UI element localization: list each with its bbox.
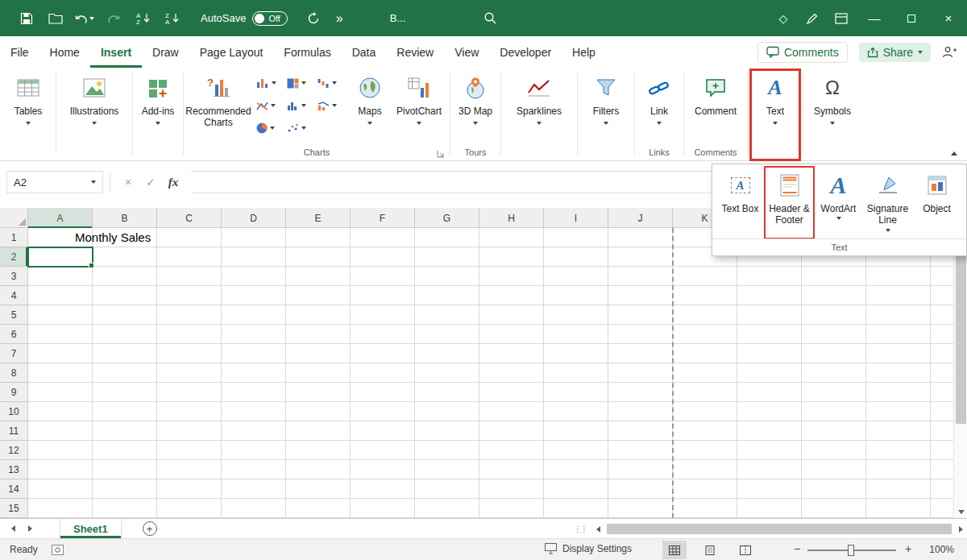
normal-view-button[interactable] (662, 541, 687, 559)
menu-item-signature-line[interactable]: Signature Line (863, 167, 912, 239)
close-button[interactable]: × (930, 0, 967, 36)
charts-dialog-launcher-icon[interactable] (437, 150, 445, 158)
link-button[interactable]: Link (637, 69, 681, 127)
tab-developer[interactable]: Developer (489, 36, 562, 68)
add-ins-button[interactable]: Add-ins (135, 69, 181, 160)
row-header-11[interactable]: 11 (0, 421, 28, 441)
column-header-f[interactable]: F (351, 208, 415, 228)
column-header-e[interactable]: E (286, 208, 351, 228)
insert-combo-chart-button[interactable] (315, 99, 346, 113)
column-header-g[interactable]: G (415, 208, 479, 228)
zoom-slider[interactable] (807, 550, 896, 551)
sort-az-button[interactable]: AZ (132, 7, 153, 30)
more-commands-icon[interactable]: » (336, 11, 343, 26)
share-button[interactable]: Share (859, 43, 931, 62)
comments-button[interactable]: Comments (757, 42, 848, 63)
sheet-tab-sheet1[interactable]: Sheet1 (60, 519, 122, 538)
next-sheet-icon[interactable] (28, 525, 32, 532)
row-header-9[interactable]: 9 (0, 383, 28, 402)
row-header-14[interactable]: 14 (0, 479, 28, 499)
new-sheet-button[interactable]: + (143, 521, 157, 536)
horizontal-scroll-thumb[interactable] (607, 524, 952, 534)
column-header-h[interactable]: H (479, 208, 544, 228)
zoom-slider-thumb[interactable] (848, 545, 854, 556)
zoom-level[interactable]: 100% (929, 544, 954, 555)
insert-function-button[interactable]: fx (162, 171, 185, 193)
tab-home[interactable]: Home (39, 36, 90, 68)
tables-button[interactable]: Tables (3, 69, 53, 160)
sparklines-button[interactable]: Sparklines (504, 69, 575, 160)
minimize-button[interactable]: — (856, 0, 893, 36)
row-header-3[interactable]: 3 (0, 267, 28, 286)
active-cell-a2[interactable] (27, 247, 93, 268)
3d-map-button[interactable]: 3D Map (453, 69, 498, 127)
comment-button[interactable]: Comment (687, 69, 745, 119)
macro-record-icon[interactable] (52, 545, 64, 555)
zoom-in-button[interactable]: + (901, 542, 915, 555)
column-header-d[interactable]: D (222, 208, 286, 228)
row-header-5[interactable]: 5 (0, 305, 28, 325)
horizontal-scrollbar[interactable]: ⋮⋮ (574, 519, 967, 539)
display-settings-button[interactable]: Display Settings (545, 543, 632, 554)
row-header-8[interactable]: 8 (0, 363, 28, 383)
text-button[interactable]: A Text (750, 69, 800, 160)
menu-item-text-box[interactable]: A Text Box (716, 167, 765, 239)
symbols-button[interactable]: Ω Symbols (806, 69, 859, 160)
scroll-left-button[interactable] (591, 519, 604, 539)
row-header-4[interactable]: 4 (0, 286, 28, 305)
menu-item-header-footer[interactable]: Header & Footer (765, 167, 814, 239)
tab-page-layout[interactable]: Page Layout (189, 36, 274, 68)
maps-button[interactable]: Maps (349, 69, 391, 127)
cells-area[interactable]: Monthly Sales (28, 228, 953, 518)
tab-file[interactable]: File (0, 36, 39, 68)
menu-item-object[interactable]: Object (912, 167, 961, 239)
column-header-i[interactable]: I (544, 208, 608, 228)
tab-view[interactable]: View (444, 36, 489, 68)
maximize-button[interactable] (893, 0, 930, 36)
insert-hierarchy-chart-button[interactable] (284, 77, 315, 90)
undo-button[interactable] (74, 7, 95, 30)
row-header-15[interactable]: 15 (0, 499, 28, 518)
insert-waterfall-chart-button[interactable] (315, 77, 346, 90)
collapse-ribbon-icon[interactable] (951, 151, 957, 156)
scrollbar-resize-grip[interactable]: ⋮⋮ (574, 525, 587, 533)
menu-item-wordart[interactable]: A WordArt (814, 167, 863, 239)
insert-column-chart-button[interactable] (254, 76, 284, 90)
autosave-toggle[interactable]: AutoSave Off (201, 11, 288, 26)
row-header-1[interactable]: 1 (0, 228, 28, 247)
row-header-10[interactable]: 10 (0, 402, 28, 421)
tab-insert[interactable]: Insert (90, 36, 142, 68)
tab-data[interactable]: Data (342, 36, 387, 68)
illustrations-button[interactable]: Illustrations (59, 69, 130, 160)
scroll-down-button[interactable] (954, 505, 967, 518)
recommended-charts-button[interactable]: ? Recommended Charts (186, 69, 251, 131)
tab-help[interactable]: Help (562, 36, 606, 68)
scroll-right-button[interactable] (954, 519, 967, 539)
row-header-2[interactable]: 2 (0, 247, 28, 267)
column-header-c[interactable]: C (157, 208, 222, 228)
ribbon-layout-icon[interactable] (831, 7, 852, 30)
previous-sheet-icon[interactable] (11, 525, 15, 532)
column-header-j[interactable]: J (608, 208, 673, 228)
pivotchart-button[interactable]: PivotChart (391, 69, 447, 127)
sort-za-button[interactable]: ZA (161, 7, 182, 30)
select-all-button[interactable] (0, 208, 28, 228)
row-header-7[interactable]: 7 (0, 344, 28, 363)
tab-formulas[interactable]: Formulas (273, 36, 341, 68)
column-header-b[interactable]: B (93, 208, 157, 228)
tab-review[interactable]: Review (386, 36, 444, 68)
row-header-6[interactable]: 6 (0, 325, 28, 344)
insert-line-chart-button[interactable] (254, 99, 284, 113)
row-header-13[interactable]: 13 (0, 460, 28, 479)
open-folder-icon[interactable] (45, 7, 66, 30)
diamond-icon[interactable]: ◇ (773, 7, 794, 30)
zoom-out-button[interactable]: − (790, 542, 804, 555)
refresh-icon[interactable] (303, 7, 324, 30)
person-add-icon[interactable] (942, 46, 957, 58)
cell-a1-value[interactable]: Monthly Sales (75, 228, 151, 247)
autosave-switch[interactable]: Off (252, 11, 287, 26)
search-icon[interactable] (484, 11, 497, 25)
name-box[interactable]: A2 (6, 171, 103, 193)
insert-statistic-chart-button[interactable] (284, 99, 315, 113)
save-icon[interactable] (16, 7, 37, 30)
